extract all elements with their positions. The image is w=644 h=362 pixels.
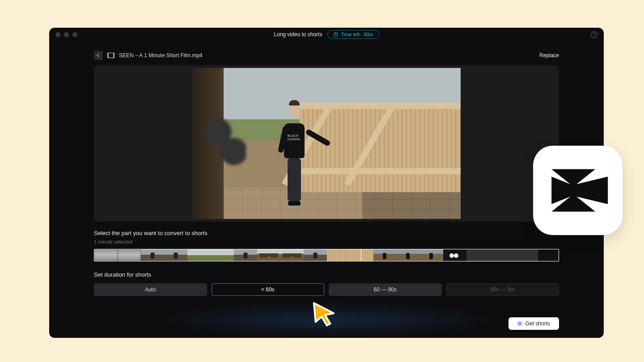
timeline-thumb[interactable] bbox=[164, 249, 187, 261]
clock-icon bbox=[333, 32, 338, 37]
timeline-thumb[interactable] bbox=[373, 249, 397, 261]
capcut-logo-icon bbox=[547, 165, 609, 215]
time-left-prefix: Time left: bbox=[341, 32, 361, 37]
timeline-thumb[interactable] bbox=[443, 249, 466, 261]
playhead[interactable] bbox=[361, 249, 361, 261]
app-window: Long video to shorts Time left: 50m ? SE… bbox=[49, 28, 604, 338]
timeline-thumb[interactable] bbox=[187, 249, 211, 261]
timeline-thumb[interactable] bbox=[257, 249, 280, 261]
video-frame: BLACKHURON bbox=[192, 68, 461, 219]
video-preview[interactable]: BLACKHURON bbox=[94, 65, 559, 222]
timeline-thumb[interactable] bbox=[211, 249, 234, 261]
timeline[interactable] bbox=[94, 249, 559, 261]
timeline-thumb[interactable] bbox=[420, 249, 443, 261]
get-shorts-label: Get shorts bbox=[525, 320, 550, 327]
page-title: Long video to shorts bbox=[274, 31, 322, 38]
duration-option-90s-3m: 90s — 3m bbox=[446, 283, 559, 296]
filename-label: SEEN – A 1 Minute Short Film.mp4 bbox=[119, 52, 203, 59]
timeline-thumb[interactable] bbox=[280, 249, 304, 261]
timeline-thumb[interactable] bbox=[304, 249, 327, 261]
selection-length-label: 1 minute selected bbox=[94, 239, 559, 244]
duration-options: Auto < 60s 60 — 90s 90s — 3m bbox=[94, 283, 559, 296]
timeline-thumb[interactable] bbox=[118, 249, 141, 261]
timeline-thumb[interactable] bbox=[397, 249, 420, 261]
timeline-thumb[interactable] bbox=[350, 249, 373, 261]
timeline-thumb[interactable] bbox=[94, 249, 118, 261]
duration-title: Set duration for shorts bbox=[94, 271, 559, 278]
capcut-badge bbox=[533, 146, 623, 235]
get-shorts-button[interactable]: Get shorts bbox=[508, 317, 559, 330]
duration-option-60-90s[interactable]: 60 — 90s bbox=[329, 283, 442, 296]
timeline-thumb[interactable] bbox=[234, 249, 257, 261]
film-icon bbox=[107, 53, 114, 58]
replace-button[interactable]: Replace bbox=[539, 52, 559, 59]
duration-option-auto[interactable]: Auto bbox=[94, 283, 207, 296]
chevron-left-icon bbox=[97, 54, 101, 57]
select-part-title: Select the part you want to convert to s… bbox=[94, 230, 559, 236]
help-icon[interactable]: ? bbox=[591, 31, 597, 38]
titlebar: Long video to shorts Time left: 50m ? bbox=[49, 28, 604, 41]
cursor-pointer-icon bbox=[311, 301, 337, 327]
time-left-value: 50m bbox=[364, 32, 373, 37]
timeline-thumb[interactable] bbox=[327, 249, 350, 261]
sparkle-icon bbox=[517, 321, 522, 326]
timeline-thumb[interactable] bbox=[141, 249, 164, 261]
time-left-pill: Time left: 50m bbox=[327, 30, 379, 39]
duration-option-60s[interactable]: < 60s bbox=[212, 283, 325, 296]
back-button[interactable] bbox=[94, 51, 103, 60]
timeline-thumb[interactable] bbox=[466, 249, 538, 261]
